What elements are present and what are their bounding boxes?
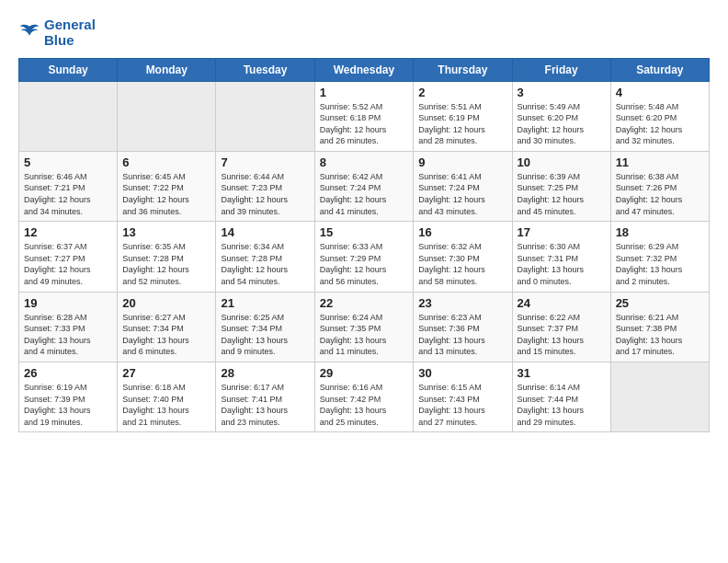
calendar-table: SundayMondayTuesdayWednesdayThursdayFrid… [18,58,710,433]
calendar-cell: 4Sunrise: 5:48 AM Sunset: 6:20 PM Daylig… [610,81,709,151]
calendar-week-5: 26Sunrise: 6:19 AM Sunset: 7:39 PM Dayli… [19,362,710,432]
day-number: 13 [122,225,210,239]
day-number: 7 [221,155,309,169]
day-number: 25 [616,296,704,310]
calendar-cell: 25Sunrise: 6:21 AM Sunset: 7:38 PM Dayli… [610,292,709,362]
header: General Blue [18,17,710,49]
day-info: Sunrise: 6:33 AM Sunset: 7:29 PM Dayligh… [320,241,409,287]
day-number: 4 [616,86,704,99]
calendar-cell: 9Sunrise: 6:41 AM Sunset: 7:24 PM Daylig… [414,151,512,221]
day-info: Sunrise: 6:23 AM Sunset: 7:36 PM Dayligh… [418,312,506,358]
calendar-cell: 28Sunrise: 6:17 AM Sunset: 7:41 PM Dayli… [216,362,314,432]
day-info: Sunrise: 6:30 AM Sunset: 7:31 PM Dayligh… [518,241,606,287]
calendar-cell: 31Sunrise: 6:14 AM Sunset: 7:44 PM Dayli… [512,362,610,432]
day-number: 29 [320,366,409,380]
day-info: Sunrise: 6:37 AM Sunset: 7:27 PM Dayligh… [24,241,112,287]
day-info: Sunrise: 5:48 AM Sunset: 6:20 PM Dayligh… [616,101,704,147]
day-number: 2 [418,86,506,99]
day-number: 14 [221,225,309,239]
weekday-header-row: SundayMondayTuesdayWednesdayThursdayFrid… [19,58,710,81]
day-number: 26 [24,366,112,380]
calendar-week-2: 5Sunrise: 6:46 AM Sunset: 7:21 PM Daylig… [19,151,710,221]
day-number: 9 [418,155,506,169]
day-number: 30 [418,366,506,380]
day-info: Sunrise: 6:41 AM Sunset: 7:24 PM Dayligh… [418,171,506,217]
day-info: Sunrise: 5:49 AM Sunset: 6:20 PM Dayligh… [518,101,606,147]
day-info: Sunrise: 6:32 AM Sunset: 7:30 PM Dayligh… [418,241,506,287]
calendar-week-1: 1Sunrise: 5:52 AM Sunset: 6:18 PM Daylig… [19,81,710,151]
day-info: Sunrise: 5:51 AM Sunset: 6:19 PM Dayligh… [418,101,506,147]
day-number: 20 [122,296,210,310]
day-number: 27 [122,366,210,380]
weekday-header-sunday: Sunday [19,58,118,81]
calendar-cell: 11Sunrise: 6:38 AM Sunset: 7:26 PM Dayli… [610,151,709,221]
calendar-cell: 10Sunrise: 6:39 AM Sunset: 7:25 PM Dayli… [512,151,610,221]
day-info: Sunrise: 6:28 AM Sunset: 7:33 PM Dayligh… [24,312,112,358]
day-number: 15 [320,225,409,239]
day-info: Sunrise: 6:22 AM Sunset: 7:37 PM Dayligh… [518,312,606,358]
calendar-cell: 3Sunrise: 5:49 AM Sunset: 6:20 PM Daylig… [512,81,610,151]
day-number: 28 [221,366,309,380]
calendar-cell: 8Sunrise: 6:42 AM Sunset: 7:24 PM Daylig… [314,151,414,221]
day-info: Sunrise: 6:21 AM Sunset: 7:38 PM Dayligh… [616,312,704,358]
calendar-cell: 22Sunrise: 6:24 AM Sunset: 7:35 PM Dayli… [314,292,414,362]
calendar-cell [19,81,118,151]
calendar-cell: 21Sunrise: 6:25 AM Sunset: 7:34 PM Dayli… [216,292,314,362]
calendar-cell: 27Sunrise: 6:18 AM Sunset: 7:40 PM Dayli… [118,362,216,432]
day-info: Sunrise: 6:19 AM Sunset: 7:39 PM Dayligh… [24,382,112,428]
day-number: 12 [24,225,112,239]
day-number: 19 [24,296,112,310]
calendar-cell: 14Sunrise: 6:34 AM Sunset: 7:28 PM Dayli… [216,222,314,292]
day-info: Sunrise: 6:16 AM Sunset: 7:42 PM Dayligh… [320,382,409,428]
day-info: Sunrise: 6:42 AM Sunset: 7:24 PM Dayligh… [320,171,409,217]
calendar-cell: 19Sunrise: 6:28 AM Sunset: 7:33 PM Dayli… [19,292,118,362]
calendar-cell [610,362,709,432]
day-info: Sunrise: 6:46 AM Sunset: 7:21 PM Dayligh… [24,171,112,217]
weekday-header-monday: Monday [118,58,216,81]
calendar-week-4: 19Sunrise: 6:28 AM Sunset: 7:33 PM Dayli… [19,292,710,362]
page: General Blue SundayMondayTuesdayWednesda… [0,0,728,563]
day-info: Sunrise: 6:45 AM Sunset: 7:22 PM Dayligh… [122,171,210,217]
calendar-cell [216,81,314,151]
day-number: 1 [320,86,409,99]
day-info: Sunrise: 5:52 AM Sunset: 6:18 PM Dayligh… [320,101,409,147]
calendar-cell: 12Sunrise: 6:37 AM Sunset: 7:27 PM Dayli… [19,222,118,292]
calendar-cell: 16Sunrise: 6:32 AM Sunset: 7:30 PM Dayli… [414,222,512,292]
calendar-cell: 1Sunrise: 5:52 AM Sunset: 6:18 PM Daylig… [314,81,414,151]
day-info: Sunrise: 6:25 AM Sunset: 7:34 PM Dayligh… [221,312,309,358]
day-info: Sunrise: 6:15 AM Sunset: 7:43 PM Dayligh… [418,382,506,428]
calendar-cell: 7Sunrise: 6:44 AM Sunset: 7:23 PM Daylig… [216,151,314,221]
logo: General Blue [18,17,96,49]
calendar-cell: 5Sunrise: 6:46 AM Sunset: 7:21 PM Daylig… [19,151,118,221]
calendar-cell: 23Sunrise: 6:23 AM Sunset: 7:36 PM Dayli… [414,292,512,362]
day-number: 17 [518,225,606,239]
day-number: 22 [320,296,409,310]
calendar-cell [118,81,216,151]
day-info: Sunrise: 6:27 AM Sunset: 7:34 PM Dayligh… [122,312,210,358]
day-info: Sunrise: 6:39 AM Sunset: 7:25 PM Dayligh… [518,171,606,217]
day-info: Sunrise: 6:24 AM Sunset: 7:35 PM Dayligh… [320,312,409,358]
calendar-cell: 20Sunrise: 6:27 AM Sunset: 7:34 PM Dayli… [118,292,216,362]
day-number: 31 [518,366,606,380]
day-info: Sunrise: 6:38 AM Sunset: 7:26 PM Dayligh… [616,171,704,217]
calendar-cell: 30Sunrise: 6:15 AM Sunset: 7:43 PM Dayli… [414,362,512,432]
day-number: 21 [221,296,309,310]
day-info: Sunrise: 6:29 AM Sunset: 7:32 PM Dayligh… [616,241,704,287]
day-info: Sunrise: 6:34 AM Sunset: 7:28 PM Dayligh… [221,241,309,287]
day-number: 10 [518,155,606,169]
calendar-cell: 2Sunrise: 5:51 AM Sunset: 6:19 PM Daylig… [414,81,512,151]
day-number: 23 [418,296,506,310]
weekday-header-wednesday: Wednesday [314,58,414,81]
calendar-cell: 6Sunrise: 6:45 AM Sunset: 7:22 PM Daylig… [118,151,216,221]
calendar-cell: 18Sunrise: 6:29 AM Sunset: 7:32 PM Dayli… [610,222,709,292]
day-info: Sunrise: 6:44 AM Sunset: 7:23 PM Dayligh… [221,171,309,217]
calendar-week-3: 12Sunrise: 6:37 AM Sunset: 7:27 PM Dayli… [19,222,710,292]
calendar-cell: 29Sunrise: 6:16 AM Sunset: 7:42 PM Dayli… [314,362,414,432]
day-number: 18 [616,225,704,239]
calendar-cell: 26Sunrise: 6:19 AM Sunset: 7:39 PM Dayli… [19,362,118,432]
day-number: 6 [122,155,210,169]
day-info: Sunrise: 6:18 AM Sunset: 7:40 PM Dayligh… [122,382,210,428]
weekday-header-tuesday: Tuesday [216,58,314,81]
day-number: 16 [418,225,506,239]
day-number: 5 [24,155,112,169]
